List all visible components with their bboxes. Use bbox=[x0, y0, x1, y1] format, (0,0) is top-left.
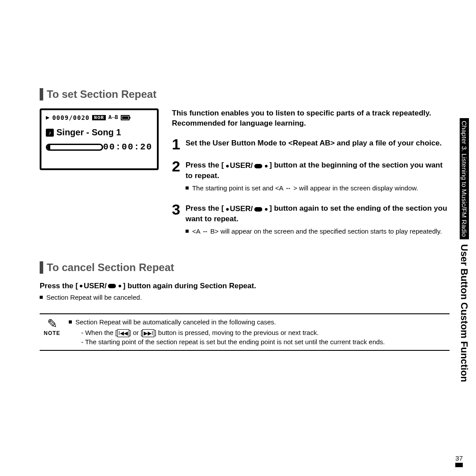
step-number: 3 bbox=[172, 202, 180, 238]
eq-badge: NOR bbox=[92, 115, 106, 120]
intro-text: This function enables you to listen to s… bbox=[172, 108, 450, 129]
cancel-bullet: Section Repeat will be canceled. bbox=[40, 293, 450, 302]
user-button-glyph: USER/ bbox=[80, 282, 121, 290]
device-screen-illustration: ▶ 0009/0020 NOR A↔B ♪ Singer - Song 1 00… bbox=[40, 108, 159, 170]
note-line-3: - The starting point of the section repe… bbox=[81, 337, 385, 346]
user-button-glyph: USER/ bbox=[226, 204, 268, 214]
song-title: Singer - Song 1 bbox=[56, 127, 121, 138]
step-3: 3 Press the [ USER/ ] button again to se… bbox=[172, 202, 450, 238]
step-2: 2 Press the [ USER/ ] button at the begi… bbox=[172, 159, 450, 195]
side-chapter-tab: Chapter 3. Listening to Music/FM Radio U… bbox=[457, 115, 472, 386]
chapter-label: Chapter 3. Listening to Music/FM Radio bbox=[460, 118, 469, 239]
progress-bar bbox=[46, 144, 103, 151]
step-2-bullet: The starting point is set and <A ↔ > wil… bbox=[186, 184, 450, 193]
bullet-icon bbox=[40, 296, 43, 299]
ab-repeat-indicator: A↔B bbox=[108, 115, 118, 121]
play-icon: ▶ bbox=[46, 114, 49, 121]
note-line-2: - When the [I◀◀] or [▶▶I] button is pres… bbox=[81, 328, 385, 338]
cancel-instruction: Press the [ USER/ ] button again during … bbox=[40, 282, 450, 290]
page-number: 37 bbox=[455, 454, 463, 467]
prev-track-icon: I◀◀ bbox=[117, 329, 129, 338]
heading-set-section-repeat: To set Section Repeat bbox=[40, 88, 450, 100]
bullet-icon bbox=[186, 230, 189, 233]
step-2-text: Press the [ USER/ ] button at the beginn… bbox=[186, 160, 450, 181]
feature-label: User Button Custom Function bbox=[458, 244, 470, 382]
track-counter: 0009/0020 bbox=[52, 114, 89, 121]
user-button-glyph: USER/ bbox=[226, 161, 268, 171]
next-track-icon: ▶▶I bbox=[142, 329, 154, 338]
note-label: NOTE bbox=[41, 330, 63, 336]
battery-icon bbox=[121, 115, 130, 120]
note-pencil-icon: ✎ bbox=[41, 318, 63, 330]
bullet-icon bbox=[69, 320, 72, 324]
heading-cancel-section-repeat: To cancel Section Repeat bbox=[40, 261, 450, 274]
note-line-1: Section Repeat will be automatically can… bbox=[69, 318, 385, 327]
elapsed-time: 00:00:20 bbox=[103, 142, 152, 152]
note-box: ✎ NOTE Section Repeat will be automatica… bbox=[40, 313, 450, 351]
step-1-text: Set the User Button Mode to <Repeat AB> … bbox=[186, 138, 450, 149]
bullet-icon bbox=[186, 186, 189, 190]
step-3-bullet: <A ↔ B> will appear on the screen and th… bbox=[186, 227, 450, 236]
step-number: 1 bbox=[172, 137, 180, 152]
step-number: 2 bbox=[172, 159, 180, 195]
music-note-icon: ♪ bbox=[46, 129, 54, 137]
step-3-text: Press the [ USER/ ] button again to set … bbox=[186, 204, 450, 224]
step-1: 1 Set the User Button Mode to <Repeat AB… bbox=[172, 137, 450, 152]
